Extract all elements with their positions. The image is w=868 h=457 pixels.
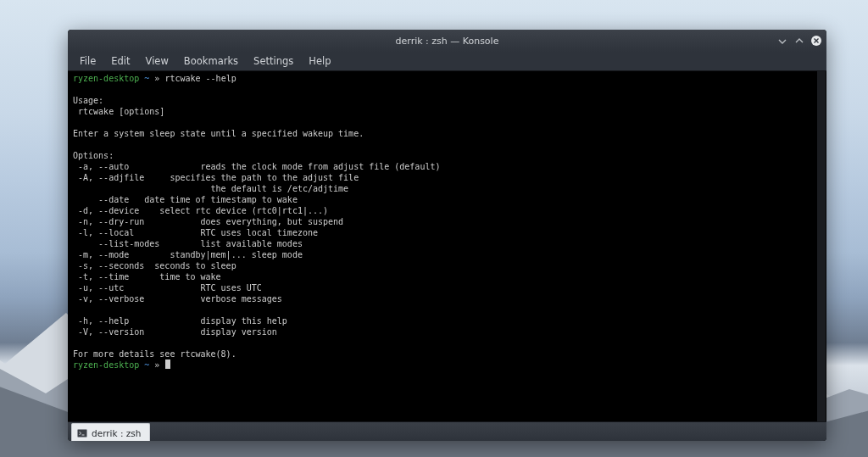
- close-button[interactable]: [810, 34, 823, 47]
- maximize-button[interactable]: [793, 34, 806, 47]
- menu-view[interactable]: View: [139, 53, 175, 69]
- terminal-output[interactable]: ryzen-desktop ~ » rtcwake --help Usage: …: [68, 71, 826, 421]
- terminal-scrollbar[interactable]: [817, 71, 826, 421]
- tab-bar: derrik : zsh: [68, 421, 826, 441]
- maximize-icon: [794, 36, 804, 46]
- window-titlebar[interactable]: derrik : zsh — Konsole: [68, 30, 826, 52]
- window-title: derrik : zsh — Konsole: [68, 36, 826, 47]
- konsole-window: derrik : zsh — Konsole File Edit: [68, 30, 826, 441]
- menu-settings[interactable]: Settings: [247, 53, 300, 69]
- menu-bookmarks[interactable]: Bookmarks: [177, 53, 245, 69]
- menu-edit[interactable]: Edit: [104, 53, 136, 69]
- close-icon: [810, 35, 822, 47]
- minimize-icon: [777, 36, 787, 46]
- menubar: File Edit View Bookmarks Settings Help: [68, 52, 826, 71]
- minimize-button[interactable]: [776, 34, 789, 47]
- tab-label: derrik : zsh: [92, 428, 141, 438]
- terminal-icon: [77, 428, 87, 438]
- tab-active[interactable]: derrik : zsh: [71, 423, 150, 441]
- menu-file[interactable]: File: [73, 53, 103, 69]
- menu-help[interactable]: Help: [302, 53, 337, 69]
- svg-rect-1: [78, 430, 87, 437]
